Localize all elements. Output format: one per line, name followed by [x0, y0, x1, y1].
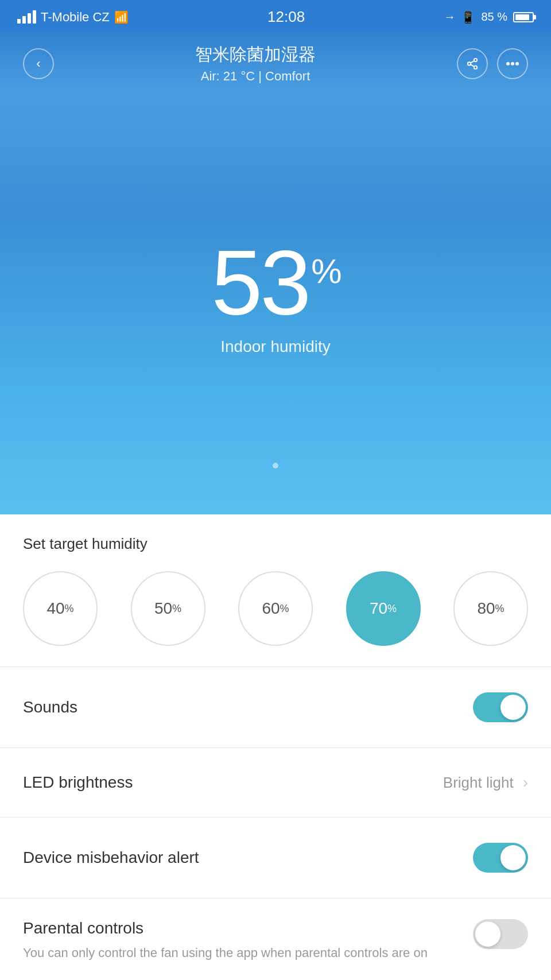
svg-line-4	[471, 60, 474, 63]
signal-icon	[17, 10, 36, 24]
share-button[interactable]	[457, 48, 488, 79]
humidity-btn-80[interactable]: 80%	[453, 571, 528, 646]
device-name: 智米除菌加湿器	[195, 43, 316, 67]
parental-controls-sublabel: You can only control the fan using the a…	[23, 943, 456, 962]
svg-point-6	[511, 62, 514, 65]
svg-point-0	[474, 58, 478, 61]
led-brightness-value-group: Bright light ›	[443, 773, 528, 792]
controls-section: Set target humidity 40% 50% 60% 70% 80% …	[0, 514, 551, 980]
page-indicator-dot	[273, 463, 278, 468]
sounds-toggle[interactable]	[473, 692, 528, 722]
sounds-toggle-knob	[500, 695, 526, 720]
humidity-button-group: 40% 50% 60% 70% 80%	[23, 571, 528, 646]
humidity-btn-70[interactable]: 70%	[346, 571, 421, 646]
humidity-display: 53% Indoor humidity	[211, 237, 339, 356]
air-status: Air: 21 °C | Comfort	[195, 69, 316, 84]
svg-line-3	[471, 64, 474, 67]
status-right: → 📱 85 %	[444, 10, 534, 24]
status-time: 12:08	[267, 8, 305, 26]
device-alert-toggle-knob	[500, 845, 526, 870]
humidity-btn-40[interactable]: 40%	[23, 571, 98, 646]
bluetooth-icon: 📱	[461, 10, 475, 24]
battery-label: 85 %	[481, 10, 507, 24]
header-title-group: 智米除菌加湿器 Air: 21 °C | Comfort	[195, 43, 316, 84]
led-brightness-row[interactable]: LED brightness Bright light ›	[0, 748, 551, 818]
sounds-label: Sounds	[23, 698, 77, 716]
battery-icon	[513, 12, 534, 22]
device-alert-toggle[interactable]	[473, 843, 528, 873]
page-header: ‹ 智米除菌加湿器 Air: 21 °C | Comfort	[0, 32, 551, 90]
device-alert-label: Device misbehavior alert	[23, 849, 199, 867]
led-brightness-value: Bright light	[443, 774, 514, 792]
chevron-right-icon: ›	[523, 773, 528, 792]
target-humidity-section: Set target humidity 40% 50% 60% 70% 80%	[0, 514, 551, 667]
svg-point-7	[515, 62, 519, 65]
back-button[interactable]: ‹	[23, 48, 54, 79]
status-left: T-Mobile CZ 📶	[17, 10, 129, 25]
parental-controls-toggle-knob	[475, 921, 500, 947]
more-button[interactable]	[497, 48, 528, 79]
device-alert-row: Device misbehavior alert	[0, 818, 551, 898]
humidity-label: Indoor humidity	[211, 338, 339, 356]
sounds-row: Sounds	[0, 667, 551, 748]
location-icon: →	[444, 10, 455, 24]
parental-controls-toggle[interactable]	[473, 919, 528, 949]
carrier-label: T-Mobile CZ	[41, 10, 110, 25]
target-humidity-title: Set target humidity	[23, 535, 528, 553]
svg-point-1	[468, 62, 471, 65]
svg-point-5	[506, 62, 510, 65]
humidity-btn-60[interactable]: 60%	[238, 571, 313, 646]
status-bar: T-Mobile CZ 📶 12:08 → 📱 85 %	[0, 0, 551, 32]
led-brightness-label: LED brightness	[23, 773, 133, 792]
parental-controls-label: Parental controls	[23, 919, 456, 938]
svg-point-2	[474, 65, 478, 69]
parental-controls-label-group: Parental controls You can only control t…	[23, 919, 473, 962]
hero-section: 53% Indoor humidity	[0, 90, 551, 514]
humidity-value: 53%	[211, 237, 339, 328]
wifi-icon: 📶	[114, 10, 129, 24]
humidity-btn-50[interactable]: 50%	[131, 571, 205, 646]
parental-controls-row: Parental controls You can only control t…	[0, 898, 551, 980]
